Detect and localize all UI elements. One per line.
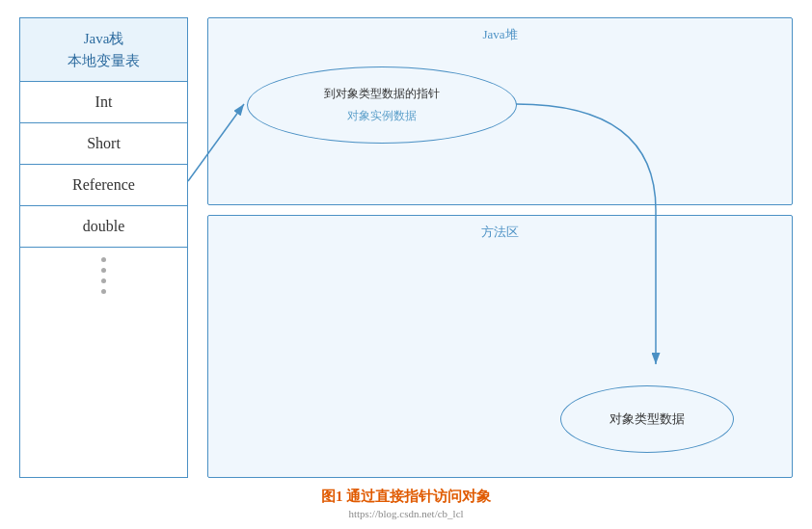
heap-oval-top: 到对象类型数据的指针 — [324, 86, 440, 102]
diagram-area: Java栈 本地变量表 Int Short Reference double J… — [19, 17, 793, 478]
stack-dots — [20, 248, 187, 477]
dot-3 — [101, 278, 106, 283]
heap-oval: 到对象类型数据的指针 对象实例数据 — [247, 66, 517, 144]
stack-item-double: double — [20, 206, 187, 248]
stack-item-int: Int — [20, 82, 187, 123]
main-container: Java栈 本地变量表 Int Short Reference double J… — [0, 0, 812, 529]
caption: 图1 通过直接指针访问对象 — [321, 488, 491, 506]
heap-oval-bottom: 对象实例数据 — [347, 108, 417, 124]
stack-item-reference: Reference — [20, 165, 187, 206]
method-label: 方法区 — [481, 224, 519, 241]
method-oval: 对象类型数据 — [560, 385, 734, 453]
method-panel: 方法区 对象类型数据 — [207, 215, 793, 478]
heap-label: Java堆 — [482, 26, 517, 43]
stack-box: Java栈 本地变量表 Int Short Reference double — [19, 17, 188, 478]
dot-1 — [101, 257, 106, 262]
caption-url: https://blog.csdn.net/cb_lcl — [348, 508, 463, 519]
stack-item-short: Short — [20, 123, 187, 165]
heap-panel: Java堆 到对象类型数据的指针 对象实例数据 — [207, 17, 793, 205]
right-area: Java堆 到对象类型数据的指针 对象实例数据 方法区 对象类型数据 — [188, 17, 793, 478]
stack-title: Java栈 本地变量表 — [20, 18, 187, 82]
dot-4 — [101, 289, 106, 294]
dot-2 — [101, 268, 106, 273]
method-oval-text: 对象类型数据 — [609, 410, 685, 428]
